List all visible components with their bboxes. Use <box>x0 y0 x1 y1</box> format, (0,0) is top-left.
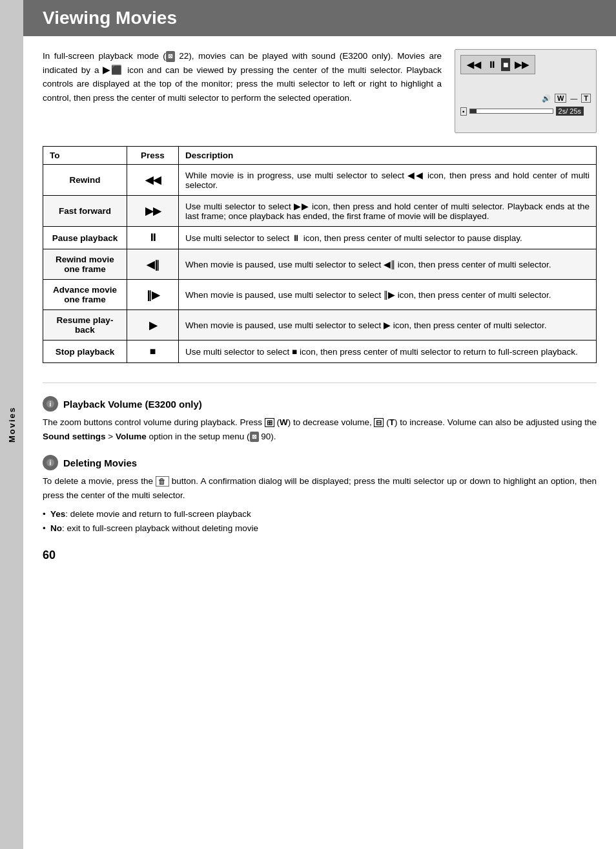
t-icon: T <box>581 94 591 103</box>
time-display: 2s/ 25s <box>556 107 584 116</box>
controls-table: To Press Description Rewind◀◀While movie… <box>43 146 597 363</box>
cell-description: Use multi selector to select ▶▶ icon, th… <box>179 196 597 227</box>
page-number: 60 <box>43 549 597 562</box>
intro-section: In full-screen playback mode (⊠ 22), mov… <box>43 49 597 133</box>
camera-bottom-row: 🔊 W — T <box>460 94 591 103</box>
cell-to: Rewind movieone frame <box>43 249 127 280</box>
battery-icon: ▪ <box>460 107 467 116</box>
intro-text: In full-screen playback mode (⊠ 22), mov… <box>43 49 442 133</box>
progress-bar-row: ▪ 2s/ 25s <box>460 107 591 116</box>
deleting-movies-body: To delete a movie, press the 🗑 button. A… <box>43 474 597 535</box>
playback-volume-section: i Playback Volume (E3200 only) The zoom … <box>43 396 597 443</box>
pause-ctrl[interactable]: ⏸ <box>486 58 498 71</box>
delete-options-list: Yes: delete movie and return to full-scr… <box>43 507 597 535</box>
page-header: Viewing Movies <box>23 0 616 36</box>
cell-description: When movie is paused, use multi selector… <box>179 310 597 341</box>
main-content: Viewing Movies In full-screen playback m… <box>23 0 616 849</box>
page-title: Viewing Movies <box>43 8 597 28</box>
col-header-press: Press <box>127 147 179 165</box>
cell-description: Use multi selector to select ■ icon, the… <box>179 341 597 363</box>
rewind-ctrl[interactable]: ◀◀ <box>465 58 483 71</box>
cell-to: Fast forward <box>43 196 127 227</box>
playback-volume-header: i Playback Volume (E3200 only) <box>43 396 597 412</box>
table-row: Rewind◀◀While movie is in progress, use … <box>43 165 597 196</box>
playback-volume-body: The zoom buttons control volume during p… <box>43 415 597 443</box>
w-icon: W <box>555 94 566 103</box>
ref-icon-90: ⊠ <box>250 432 259 442</box>
table-row: Advance movieone frame‖▶When movie is pa… <box>43 280 597 310</box>
cell-to: Resume play-back <box>43 310 127 341</box>
svg-text:i: i <box>50 459 52 466</box>
progress-track <box>469 109 553 114</box>
table-row: Fast forward▶▶Use multi selector to sele… <box>43 196 597 227</box>
side-tab-label: Movies <box>7 406 17 443</box>
table-row: Rewind movieone frame◀‖When movie is pau… <box>43 249 597 280</box>
cell-press: ▶▶ <box>127 196 179 227</box>
cell-press: ◀‖ <box>127 249 179 280</box>
playback-volume-icon: i <box>43 396 58 412</box>
playback-volume-title: Playback Volume (E3200 only) <box>63 399 202 410</box>
table-row: Resume play-back▶When movie is paused, u… <box>43 310 597 341</box>
cell-description: When movie is paused, use multi selector… <box>179 280 597 310</box>
no-option: No: exit to full-screen playback without… <box>43 521 597 536</box>
cell-description: While movie is in progress, use multi se… <box>179 165 597 196</box>
cell-press: ◀◀ <box>127 165 179 196</box>
cell-press: ■ <box>127 341 179 363</box>
deleting-movies-header: i Deleting Movies <box>43 455 597 470</box>
cell-description: Use multi selector to select ⏸ icon, the… <box>179 227 597 249</box>
cell-to: Stop playback <box>43 341 127 363</box>
deleting-movies-title: Deleting Movies <box>63 457 137 468</box>
col-header-description: Description <box>179 147 597 165</box>
deleting-movies-section: i Deleting Movies To delete a movie, pre… <box>43 455 597 535</box>
playback-controls-bar: ◀◀ ⏸ ■ ▶▶ <box>460 55 535 74</box>
cell-to: Rewind <box>43 165 127 196</box>
deleting-movies-icon: i <box>43 455 58 470</box>
volume-icon: 🔊 <box>542 94 551 103</box>
side-tab: Movies <box>0 0 23 849</box>
line-icon: — <box>570 94 577 102</box>
t-button-ref: ⊟ <box>374 418 384 427</box>
ref-icon-22: ⊠ <box>166 51 175 61</box>
cell-press: ▶ <box>127 310 179 341</box>
section-divider <box>43 383 597 383</box>
table-row: Stop playback■Use multi selector to sele… <box>43 341 597 363</box>
col-header-to: To <box>43 147 127 165</box>
cell-to: Pause playback <box>43 227 127 249</box>
cell-to: Advance movieone frame <box>43 280 127 310</box>
cell-press: ⏸ <box>127 227 179 249</box>
camera-display: ◀◀ ⏸ ■ ▶▶ 🔊 W — T ▪ <box>455 49 597 133</box>
table-row: Pause playback⏸Use multi selector to sel… <box>43 227 597 249</box>
cell-description: When movie is paused, use multi selector… <box>179 249 597 280</box>
w-button-ref: ⊞ <box>265 418 274 427</box>
fast-forward-ctrl[interactable]: ▶▶ <box>513 58 531 71</box>
progress-fill <box>470 109 477 113</box>
svg-text:i: i <box>50 401 52 408</box>
cell-press: ‖▶ <box>127 280 179 310</box>
yes-option: Yes: delete movie and return to full-scr… <box>43 507 597 521</box>
delete-button-ref: 🗑 <box>156 476 169 487</box>
stop-ctrl[interactable]: ■ <box>501 58 510 71</box>
